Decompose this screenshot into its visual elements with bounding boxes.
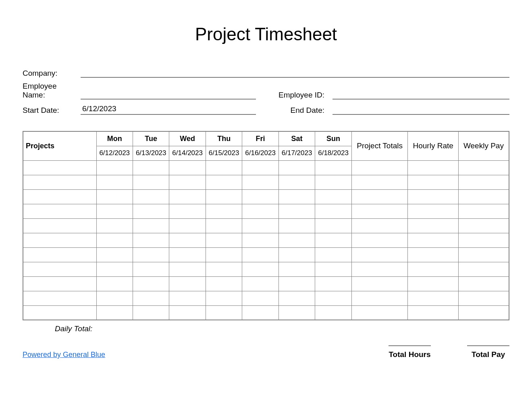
table-cell[interactable]	[206, 204, 242, 218]
table-cell[interactable]	[458, 305, 509, 320]
table-cell[interactable]	[169, 218, 206, 233]
table-cell[interactable]	[96, 247, 133, 262]
table-cell[interactable]	[351, 204, 408, 218]
table-cell[interactable]	[96, 262, 133, 276]
table-cell[interactable]	[206, 262, 242, 276]
table-cell[interactable]	[133, 305, 169, 320]
table-cell[interactable]	[133, 218, 169, 233]
table-cell[interactable]	[169, 262, 206, 276]
table-cell[interactable]	[408, 204, 458, 218]
table-cell[interactable]	[169, 233, 206, 247]
table-cell[interactable]	[206, 247, 242, 262]
table-cell[interactable]	[96, 204, 133, 218]
table-cell[interactable]	[206, 276, 242, 291]
table-cell[interactable]	[351, 189, 408, 204]
table-cell[interactable]	[458, 204, 509, 218]
table-cell[interactable]	[315, 233, 351, 247]
table-cell[interactable]	[23, 247, 96, 262]
table-cell[interactable]	[133, 262, 169, 276]
table-cell[interactable]	[96, 175, 133, 189]
table-cell[interactable]	[315, 189, 351, 204]
table-cell[interactable]	[242, 262, 278, 276]
table-cell[interactable]	[242, 189, 278, 204]
table-cell[interactable]	[242, 175, 278, 189]
table-cell[interactable]	[23, 218, 96, 233]
table-cell[interactable]	[351, 160, 408, 175]
table-cell[interactable]	[315, 160, 351, 175]
table-cell[interactable]	[169, 276, 206, 291]
table-cell[interactable]	[315, 175, 351, 189]
table-cell[interactable]	[278, 189, 315, 204]
start-date-field[interactable]: 6/12/2023	[81, 104, 256, 115]
table-cell[interactable]	[133, 175, 169, 189]
table-cell[interactable]	[408, 160, 458, 175]
table-cell[interactable]	[315, 291, 351, 305]
end-date-field[interactable]	[332, 104, 509, 115]
table-cell[interactable]	[133, 233, 169, 247]
table-cell[interactable]	[96, 160, 133, 175]
powered-by-link[interactable]: Powered by General Blue	[23, 351, 105, 359]
table-cell[interactable]	[458, 291, 509, 305]
employee-name-field[interactable]	[81, 88, 256, 100]
table-cell[interactable]	[408, 276, 458, 291]
table-cell[interactable]	[133, 204, 169, 218]
table-cell[interactable]	[96, 276, 133, 291]
table-cell[interactable]	[278, 305, 315, 320]
table-cell[interactable]	[96, 218, 133, 233]
table-cell[interactable]	[351, 175, 408, 189]
table-cell[interactable]	[133, 276, 169, 291]
table-cell[interactable]	[23, 233, 96, 247]
table-cell[interactable]	[278, 291, 315, 305]
table-cell[interactable]	[242, 276, 278, 291]
table-cell[interactable]	[351, 305, 408, 320]
table-cell[interactable]	[133, 160, 169, 175]
table-cell[interactable]	[23, 204, 96, 218]
table-cell[interactable]	[315, 204, 351, 218]
table-cell[interactable]	[242, 218, 278, 233]
table-cell[interactable]	[408, 218, 458, 233]
table-cell[interactable]	[206, 160, 242, 175]
table-cell[interactable]	[23, 305, 96, 320]
table-cell[interactable]	[242, 160, 278, 175]
table-cell[interactable]	[458, 233, 509, 247]
table-cell[interactable]	[458, 218, 509, 233]
table-cell[interactable]	[169, 189, 206, 204]
table-cell[interactable]	[206, 233, 242, 247]
table-cell[interactable]	[242, 247, 278, 262]
table-cell[interactable]	[408, 175, 458, 189]
table-cell[interactable]	[351, 276, 408, 291]
table-cell[interactable]	[315, 276, 351, 291]
table-cell[interactable]	[458, 175, 509, 189]
table-cell[interactable]	[351, 291, 408, 305]
table-cell[interactable]	[133, 247, 169, 262]
table-cell[interactable]	[351, 218, 408, 233]
table-cell[interactable]	[408, 189, 458, 204]
table-cell[interactable]	[23, 276, 96, 291]
table-cell[interactable]	[23, 291, 96, 305]
table-cell[interactable]	[408, 291, 458, 305]
table-cell[interactable]	[242, 204, 278, 218]
table-cell[interactable]	[351, 262, 408, 276]
table-cell[interactable]	[351, 233, 408, 247]
table-cell[interactable]	[206, 305, 242, 320]
table-cell[interactable]	[458, 276, 509, 291]
table-cell[interactable]	[206, 189, 242, 204]
table-cell[interactable]	[133, 189, 169, 204]
table-cell[interactable]	[23, 189, 96, 204]
table-cell[interactable]	[23, 262, 96, 276]
table-cell[interactable]	[278, 204, 315, 218]
table-cell[interactable]	[96, 189, 133, 204]
table-cell[interactable]	[315, 305, 351, 320]
table-cell[interactable]	[315, 262, 351, 276]
table-cell[interactable]	[458, 262, 509, 276]
table-cell[interactable]	[242, 233, 278, 247]
table-cell[interactable]	[278, 160, 315, 175]
company-field[interactable]	[81, 66, 509, 78]
table-cell[interactable]	[206, 218, 242, 233]
table-cell[interactable]	[458, 160, 509, 175]
table-cell[interactable]	[242, 305, 278, 320]
table-cell[interactable]	[351, 247, 408, 262]
table-cell[interactable]	[96, 305, 133, 320]
table-cell[interactable]	[206, 175, 242, 189]
table-cell[interactable]	[169, 305, 206, 320]
